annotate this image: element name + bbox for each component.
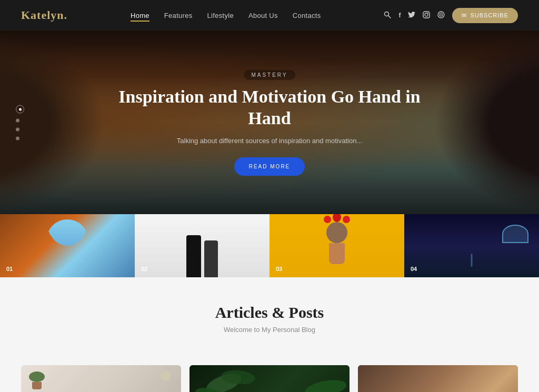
plant-pot-body <box>32 382 42 389</box>
blog-card-bg-3 <box>358 365 518 392</box>
petal-1 <box>324 216 331 223</box>
hero-dot-3[interactable] <box>16 128 19 132</box>
plant-leaves <box>29 371 45 382</box>
thumb-bg-3 <box>270 214 404 277</box>
flower-head <box>326 222 347 243</box>
figure-1 <box>186 235 201 277</box>
figure-2 <box>204 240 218 277</box>
thumb-item-1[interactable]: 01 <box>0 214 135 277</box>
nav-features-link[interactable]: Features <box>164 12 193 19</box>
blog-cards-row: POPULAR POSTS ABOUT ME RECENT POSTS <box>0 365 539 392</box>
jellyfish-decoration <box>502 225 528 243</box>
thumb-bg-1 <box>0 214 135 277</box>
blog-card-popular[interactable]: POPULAR POSTS <box>21 365 181 392</box>
blog-card-bg-1 <box>21 365 181 392</box>
blog-card-about[interactable]: ABOUT ME <box>189 365 350 392</box>
subscribe-label: Subscribe <box>470 12 508 18</box>
twitter-icon[interactable] <box>408 11 415 19</box>
svg-rect-2 <box>423 12 430 18</box>
petal-3 <box>343 216 350 223</box>
articles-subtitle: Welcome to My Personal Blog <box>21 326 518 334</box>
subscribe-button[interactable]: ✉ Subscribe <box>452 8 518 23</box>
thumb-bg-2 <box>135 214 270 277</box>
jellyfish-tentacle <box>471 254 473 267</box>
hero-section: MASTERY Inspiration and Motivation Go Ha… <box>0 31 539 215</box>
main-nav: Home Features Lifestyle About Us Contact… <box>131 11 321 20</box>
svg-point-3 <box>425 13 428 16</box>
instagram-icon[interactable] <box>423 11 430 20</box>
nav-about-link[interactable]: About Us <box>248 12 278 19</box>
search-icon[interactable] <box>384 11 391 20</box>
articles-section: Articles & Posts Welcome to My Personal … <box>0 277 539 365</box>
brand-dot: . <box>64 8 68 22</box>
hero-content: MASTERY Inspiration and Motivation Go Ha… <box>117 69 422 176</box>
svg-point-7 <box>441 14 442 15</box>
nav-home-link[interactable]: Home <box>131 12 149 22</box>
hero-dots <box>16 105 24 140</box>
hero-dot-4[interactable] <box>16 137 19 140</box>
thumb-num-1: 01 <box>6 266 13 272</box>
thumb-item-3[interactable]: 03 <box>270 214 404 277</box>
thumb-num-2: 02 <box>141 266 147 272</box>
hero-dot-active[interactable] <box>16 105 24 114</box>
rss-icon[interactable] <box>437 11 445 20</box>
petal-2 <box>333 214 341 222</box>
nav-lifestyle-link[interactable]: Lifestyle <box>207 12 234 19</box>
thumb-item-2[interactable]: 02 <box>135 214 270 277</box>
brand-logo[interactable]: Katelyn. <box>21 8 67 22</box>
thumb-num-3: 03 <box>276 266 282 272</box>
hero-label: MASTERY <box>244 70 295 80</box>
nav-contacts-link[interactable]: Contacts <box>293 12 321 19</box>
blog-card-bg-2 <box>189 365 350 392</box>
nav-lifestyle[interactable]: Lifestyle <box>207 11 234 20</box>
thumb-item-4[interactable]: 04 <box>404 214 539 277</box>
canyon-arc-decoration <box>46 219 88 262</box>
small-bowl-object <box>160 370 171 381</box>
flower-body <box>329 243 345 264</box>
thumbnail-row: 01 02 03 <box>0 214 539 277</box>
plant-decoration <box>29 371 45 389</box>
card-1-objects <box>21 365 181 392</box>
thumb-bg-4 <box>404 214 539 277</box>
nav-features[interactable]: Features <box>164 11 193 20</box>
moto-overlay <box>358 365 518 392</box>
nav-contacts[interactable]: Contacts <box>293 11 321 20</box>
fern-decoration <box>189 365 350 392</box>
svg-line-1 <box>388 15 391 18</box>
navbar-icons: f ✉ Subscribe <box>384 8 518 23</box>
hero-title: Inspiration and Motivation Go Hand in Ha… <box>117 86 422 129</box>
hero-subtitle: Talking about different sources of inspi… <box>117 137 422 145</box>
brand-name: Katelyn <box>21 8 64 22</box>
blog-card-recent[interactable]: RECENT POSTS <box>358 365 518 392</box>
nav-home[interactable]: Home <box>131 11 149 20</box>
flower-petals <box>322 214 352 224</box>
nav-about[interactable]: About Us <box>248 11 278 20</box>
hero-dot-2[interactable] <box>16 119 19 123</box>
facebook-icon[interactable]: f <box>398 12 401 19</box>
thumb-num-4: 04 <box>411 266 417 272</box>
flower-person-decoration <box>321 222 353 269</box>
navbar: Katelyn. Home Features Lifestyle About U… <box>0 0 539 31</box>
svg-point-4 <box>428 12 429 13</box>
fern-leaf-3 <box>304 377 348 392</box>
articles-title: Articles & Posts <box>21 304 518 321</box>
hero-cta-button[interactable]: READ MORE <box>234 157 305 176</box>
hero-cave-right <box>434 31 539 215</box>
